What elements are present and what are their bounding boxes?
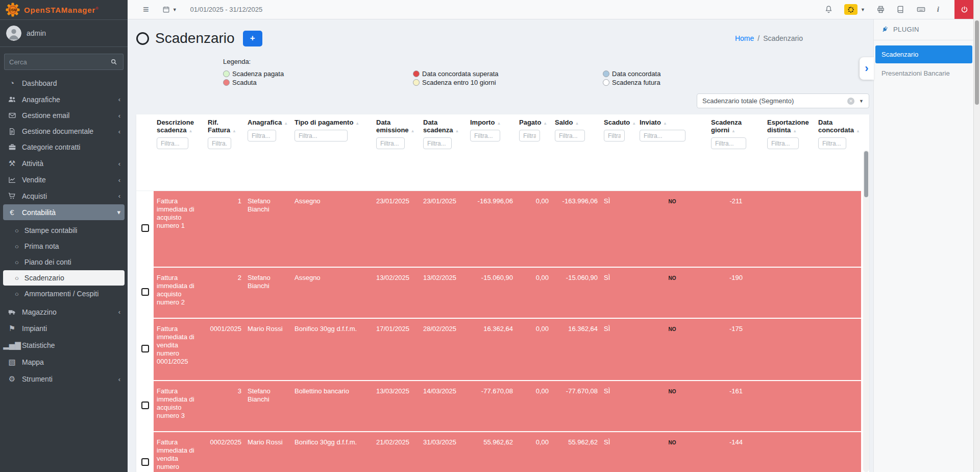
sidebar-item-attivita[interactable]: ⚒Attività‹ <box>3 155 125 172</box>
sidebar-item-gestione-email[interactable]: Gestione email‹ <box>3 108 125 123</box>
column-header-scaduto[interactable]: Scaduto▲ <box>601 114 636 191</box>
filter-input-scaduto[interactable] <box>604 130 625 141</box>
plugin-item-scadenzario[interactable]: Scadenzario <box>875 45 972 63</box>
sidebar-item-contabilita[interactable]: €Contabilità▾ <box>3 204 125 220</box>
page-title: Scadenzario <box>155 30 235 46</box>
filter-input-emissione[interactable] <box>376 137 405 149</box>
hamburger-icon[interactable]: ≡ <box>143 4 149 15</box>
sort-icon[interactable]: ▲ <box>355 121 359 126</box>
sidebar-item-dashboard[interactable]: ◔Dashboard <box>3 75 125 91</box>
print-button[interactable] <box>876 5 885 14</box>
sidebar-item-label: Contabilità <box>22 208 56 217</box>
filter-input-anagrafica[interactable] <box>248 130 276 141</box>
column-header-saldo[interactable]: Saldo▲ <box>552 114 601 191</box>
filter-input-esportazione[interactable] <box>767 137 799 149</box>
shortcuts-button[interactable] <box>916 5 926 14</box>
filter-input-inviato[interactable] <box>640 130 685 141</box>
sort-icon[interactable]: ▲ <box>232 129 236 133</box>
filter-input-rif[interactable] <box>208 137 231 149</box>
book-icon <box>896 5 905 14</box>
info-button[interactable]: i <box>937 5 939 14</box>
window-scrollbar-thumb[interactable] <box>975 20 979 105</box>
sidebar-item-acquisti[interactable]: Acquisti‹ <box>3 188 125 204</box>
sort-icon[interactable]: ▲ <box>663 121 667 126</box>
row-checkbox[interactable] <box>141 345 149 352</box>
cell-inviato: NO <box>636 191 708 268</box>
filter-input-concordata[interactable] <box>818 137 846 149</box>
breadcrumb-home-link[interactable]: Home <box>735 34 754 42</box>
table-scrollbar[interactable] <box>863 150 869 472</box>
add-button[interactable]: + <box>243 31 262 46</box>
sort-icon[interactable]: ▲ <box>543 121 547 126</box>
notifications-button[interactable] <box>824 5 833 14</box>
user-panel[interactable]: admin <box>0 20 128 47</box>
column-header-rif-fattura[interactable]: Rif. Fattura▲ <box>205 114 244 191</box>
column-header-inviato[interactable]: Inviato▲ <box>636 114 708 191</box>
status-indicator[interactable]: ▼ <box>844 4 865 15</box>
date-range[interactable]: 01/01/2025 - 31/12/2025 <box>190 6 263 13</box>
column-header-data-emissione[interactable]: Data emissione▲ <box>373 114 420 191</box>
docs-button[interactable] <box>896 5 905 14</box>
sidebar-item-gestione-documentale[interactable]: Gestione documentale‹ <box>3 124 125 139</box>
sidebar-item-magazzino[interactable]: Magazzino‹ <box>3 304 125 320</box>
row-checkbox[interactable] <box>141 458 149 466</box>
sort-icon[interactable]: ▲ <box>575 121 579 126</box>
sort-icon[interactable]: ▲ <box>731 129 736 133</box>
sort-icon[interactable]: ▲ <box>284 121 288 126</box>
search-button[interactable] <box>105 54 124 70</box>
segment-clear-icon[interactable]: ✕ <box>847 98 854 105</box>
row-checkbox[interactable] <box>141 224 149 232</box>
sidebar-item-mappa[interactable]: ▧Mappa <box>3 354 125 370</box>
filter-input-scadenza[interactable] <box>423 137 452 149</box>
sort-icon[interactable]: ▲ <box>411 129 415 133</box>
logout-button[interactable] <box>954 0 974 19</box>
sidebar-item-anagrafiche[interactable]: Anagrafiche‹ <box>3 91 125 107</box>
column-header-descrizione-scadenza[interactable]: Descrizione scadenza▲ <box>154 114 205 191</box>
column-header-pagato[interactable]: Pagato▲ <box>516 114 552 191</box>
sidebar-subitem-stampe-contabili[interactable]: ○Stampe contabili <box>3 223 125 238</box>
sidebar-item-impianti[interactable]: ⚑Impianti <box>3 320 125 337</box>
search-input[interactable] <box>4 54 105 70</box>
sort-icon[interactable]: ▲ <box>793 129 797 133</box>
legend-item-scadenza-pagata: Scadenza pagata <box>223 69 413 78</box>
sort-icon[interactable]: ▲ <box>497 121 501 126</box>
sidebar-subitem-piano-dei-conti[interactable]: ○Piano dei conti <box>3 254 125 270</box>
cell-concordata <box>815 319 861 381</box>
row-checkbox[interactable] <box>141 402 149 409</box>
sidebar-item-strumenti[interactable]: ⚙Strumenti‹ <box>3 371 125 387</box>
window-scrollbar[interactable] <box>973 0 980 472</box>
sort-icon[interactable]: ▲ <box>856 129 860 133</box>
filter-input-tipo[interactable] <box>295 130 348 141</box>
brand[interactable]: OSM OpenSTAManager® <box>0 0 128 20</box>
table-scrollbar-thumb[interactable] <box>864 151 868 197</box>
column-header-tipo-di-pagamento[interactable]: Tipo di pagamento▲ <box>291 114 373 191</box>
cell-pagato: 0,00 <box>516 191 552 268</box>
panel-toggle-button[interactable]: › <box>860 57 874 80</box>
segment-select[interactable]: Scadenzario totale (Segmento) ✕ ▼ <box>697 93 869 108</box>
column-header-esportazione-distinta[interactable]: Esportazione distinta▲ <box>764 114 815 191</box>
sort-icon[interactable]: ▲ <box>189 129 193 133</box>
filter-input-descrizione[interactable] <box>157 137 188 149</box>
filter-input-saldo[interactable] <box>555 130 585 141</box>
filter-input-importo[interactable] <box>470 130 500 141</box>
column-header-data-concordata[interactable]: Data concordata▲ <box>815 114 861 191</box>
row-checkbox[interactable] <box>141 288 149 296</box>
cell-tipo: Assegno <box>291 268 373 319</box>
column-header-scadenza-giorni[interactable]: Scadenza giorni▲ <box>708 114 764 191</box>
sidebar-item-statistiche[interactable]: ▂▅▇Statistiche <box>3 337 125 353</box>
column-label: Data emissione <box>376 119 409 134</box>
sidebar-item-categorie-contratti[interactable]: Categorie contratti <box>3 139 125 155</box>
column-header-importo[interactable]: Importo▲ <box>467 114 516 191</box>
sort-icon[interactable]: ▲ <box>455 129 459 133</box>
sidebar-item-vendite[interactable]: Vendite‹ <box>3 172 125 187</box>
sidebar-subitem-prima-nota[interactable]: ○Prima nota <box>3 239 125 254</box>
sidebar-subitem-scadenzario[interactable]: ○Scadenzario <box>3 270 125 286</box>
sidebar-subitem-ammortamenti-cespiti[interactable]: ○Ammortamenti / Cespiti <box>3 286 125 301</box>
column-header-data-scadenza[interactable]: Data scadenza▲ <box>420 114 467 191</box>
sort-icon[interactable]: ▲ <box>632 121 636 126</box>
column-header-anagrafica[interactable]: Anagrafica▲ <box>244 114 291 191</box>
filter-input-giorni[interactable] <box>711 137 746 149</box>
period-picker[interactable]: ▼ <box>162 6 177 13</box>
filter-input-pagato[interactable] <box>519 130 540 141</box>
plugin-item-presentazioni-bancarie[interactable]: Presentazioni Bancarie <box>875 64 972 82</box>
